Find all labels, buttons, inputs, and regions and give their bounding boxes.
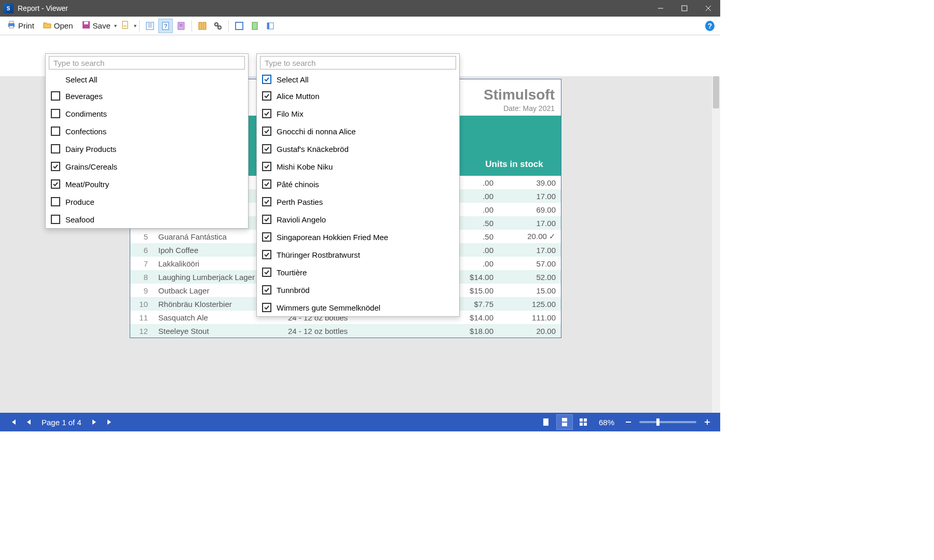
prev-page-button[interactable] xyxy=(21,415,36,429)
window-close-button[interactable] xyxy=(696,0,720,17)
units-in-stock: 69.00 xyxy=(499,203,561,216)
dropdown-option[interactable]: Perth Pasties xyxy=(257,193,459,211)
svg-rect-20 xyxy=(203,22,206,30)
option-checkbox[interactable] xyxy=(51,179,60,189)
dropdown-option[interactable]: Produce xyxy=(46,193,248,211)
dropdown-option[interactable]: Beverages xyxy=(46,87,248,105)
row-number: 7 xyxy=(130,257,153,270)
zoom-out-button[interactable] xyxy=(621,415,636,429)
dropdown-option[interactable]: Seafood xyxy=(46,211,248,228)
product-dropdown: Select All Alice MuttonFilo MixGnocchi d… xyxy=(256,53,460,317)
option-label: Meat/Poultry xyxy=(65,180,109,189)
continuous-view-button[interactable] xyxy=(556,414,573,430)
dropdown-option[interactable]: Mishi Kobe Niku xyxy=(257,158,459,175)
thumbnails-button[interactable] xyxy=(195,19,210,33)
window-maximize-button[interactable] xyxy=(672,0,696,17)
units-in-stock: 17.00 xyxy=(499,216,561,230)
save-button[interactable]: Save ▾ xyxy=(78,19,120,33)
svg-rect-32 xyxy=(584,418,587,422)
option-checkbox[interactable] xyxy=(262,197,271,206)
last-page-button[interactable] xyxy=(102,415,118,429)
category-search-input[interactable] xyxy=(49,56,245,69)
dropdown-option[interactable]: Pâté chinois xyxy=(257,175,459,193)
dropdown-option[interactable]: Gustaf's Knäckebröd xyxy=(257,140,459,158)
dropdown-option[interactable]: Gnocchi di nonna Alice xyxy=(257,122,459,140)
window-minimize-button[interactable] xyxy=(649,0,672,17)
multiple-pages-view-button[interactable] xyxy=(575,414,592,430)
option-checkbox[interactable] xyxy=(262,162,271,171)
select-all-checkbox-checked[interactable] xyxy=(262,75,271,84)
resources-button[interactable] xyxy=(174,19,188,33)
dropdown-option[interactable]: Condiments xyxy=(46,105,248,122)
zoom-slider-thumb[interactable] xyxy=(656,418,660,426)
option-checkbox[interactable] xyxy=(262,303,271,312)
first-page-button[interactable] xyxy=(5,415,21,429)
option-checkbox[interactable] xyxy=(51,144,60,153)
help-icon: ? xyxy=(705,21,715,31)
dropdown-option[interactable]: Alice Mutton xyxy=(257,87,459,105)
row-number: 5 xyxy=(130,230,153,243)
dropdown-option[interactable]: Singaporean Hokkien Fried Mee xyxy=(257,228,459,246)
dropdown-option[interactable]: Filo Mix xyxy=(257,105,459,122)
option-checkbox[interactable] xyxy=(51,109,60,118)
product-select-all[interactable]: Select All xyxy=(257,72,459,87)
vertical-scrollbar[interactable] xyxy=(712,76,720,413)
units-in-stock: 20.00 xyxy=(499,324,561,338)
single-page-button[interactable] xyxy=(248,19,262,33)
option-checkbox[interactable] xyxy=(262,109,271,118)
dropdown-option[interactable]: Ravioli Angelo xyxy=(257,211,459,228)
single-page-view-button[interactable] xyxy=(538,414,554,430)
dropdown-option[interactable]: Tourtière xyxy=(257,263,459,281)
option-checkbox[interactable] xyxy=(51,127,60,136)
option-checkbox[interactable] xyxy=(262,268,271,277)
find-button[interactable] xyxy=(211,19,225,33)
dropdown-option[interactable]: Confections xyxy=(46,122,248,140)
quantity-per-unit: 24 - 12 oz bottles xyxy=(283,324,436,338)
print-icon xyxy=(7,20,16,31)
svg-rect-10 xyxy=(146,22,154,30)
dropdown-option[interactable]: Wimmers gute Semmelknödel xyxy=(257,299,459,316)
dropdown-option[interactable]: Dairy Products xyxy=(46,140,248,158)
option-checkbox[interactable] xyxy=(51,197,60,206)
dropdown-option[interactable]: Thüringer Rostbratwurst xyxy=(257,246,459,263)
next-page-button[interactable] xyxy=(87,415,102,429)
send-email-button[interactable]: ▾ xyxy=(121,19,136,33)
dropdown-option[interactable]: Meat/Poultry xyxy=(46,175,248,193)
units-in-stock: 15.00 xyxy=(499,284,561,297)
parameters-button[interactable]: ? xyxy=(158,19,173,33)
svg-rect-24 xyxy=(236,22,243,30)
save-icon xyxy=(81,20,91,31)
zoom-slider[interactable] xyxy=(639,421,696,423)
svg-rect-34 xyxy=(584,423,587,426)
category-select-all[interactable]: Select All xyxy=(46,72,248,87)
option-checkbox[interactable] xyxy=(51,91,60,101)
option-checkbox[interactable] xyxy=(51,162,60,171)
select-all-checkbox-indeterminate[interactable] xyxy=(51,75,60,84)
product-search-input[interactable] xyxy=(260,56,456,69)
option-checkbox[interactable] xyxy=(51,215,60,224)
option-checkbox[interactable] xyxy=(262,250,271,259)
zoom-in-button[interactable] xyxy=(699,415,715,429)
help-button[interactable]: ? xyxy=(703,19,717,33)
open-button[interactable]: Open xyxy=(39,19,77,33)
option-label: Condiments xyxy=(65,109,107,118)
svg-rect-31 xyxy=(580,418,583,422)
option-checkbox[interactable] xyxy=(262,127,271,136)
scrollbar-thumb[interactable] xyxy=(713,76,719,108)
print-button[interactable]: Print xyxy=(3,19,38,33)
svg-rect-33 xyxy=(580,423,583,426)
option-checkbox[interactable] xyxy=(262,144,271,153)
fullscreen-button[interactable] xyxy=(232,19,246,33)
option-checkbox[interactable] xyxy=(262,215,271,224)
dropdown-option[interactable]: Grains/Cereals xyxy=(46,158,248,175)
svg-rect-27 xyxy=(267,23,269,29)
separator xyxy=(139,20,140,32)
option-checkbox[interactable] xyxy=(262,91,271,101)
option-checkbox[interactable] xyxy=(262,232,271,242)
dropdown-option[interactable]: Tunnbröd xyxy=(257,281,459,299)
option-checkbox[interactable] xyxy=(262,285,271,295)
option-label: Tourtière xyxy=(277,268,307,277)
option-checkbox[interactable] xyxy=(262,179,271,189)
bookmarks-button[interactable] xyxy=(143,19,157,33)
dot-matrix-button[interactable] xyxy=(263,19,278,33)
